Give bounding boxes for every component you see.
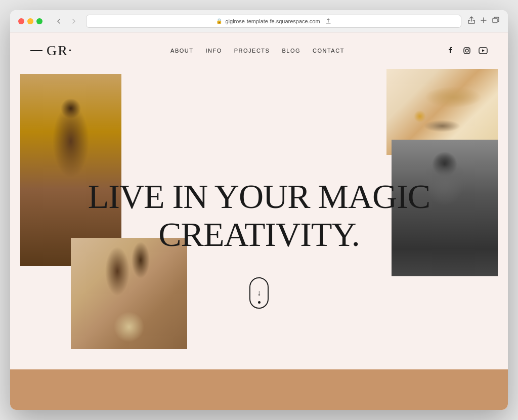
scroll-pill: ↓ xyxy=(249,277,269,309)
svg-rect-0 xyxy=(493,18,497,23)
nav-projects[interactable]: PROJECTS xyxy=(234,48,270,54)
forward-button[interactable] xyxy=(68,15,80,27)
browser-actions xyxy=(467,16,500,26)
svg-point-2 xyxy=(465,49,468,52)
bottom-section xyxy=(10,369,508,410)
scroll-arrow-icon: ↓ xyxy=(257,289,261,297)
instagram-icon[interactable] xyxy=(462,46,471,55)
youtube-icon[interactable] xyxy=(479,46,488,55)
photo-flowers xyxy=(71,238,187,349)
browser-window: 🔒 gigirose-template-fe.squarespace.com xyxy=(10,10,508,410)
nav-info[interactable]: INFO xyxy=(205,48,222,54)
share-button[interactable] xyxy=(467,16,476,26)
photo-woman-bw xyxy=(392,140,498,276)
site-logo[interactable]: GR· xyxy=(30,43,73,59)
svg-point-3 xyxy=(468,49,469,50)
url-text: gigirose-template-fe.squarespace.com xyxy=(225,18,320,24)
minimize-button[interactable] xyxy=(27,18,33,24)
nav-socials xyxy=(446,46,488,55)
address-bar[interactable]: 🔒 gigirose-template-fe.squarespace.com xyxy=(86,15,461,28)
hero-section: LIVE IN YOUR MAGIC CREATIVITY. ↓ xyxy=(10,69,508,369)
facebook-icon[interactable] xyxy=(446,46,455,55)
nav-links: ABOUT INFO PROJECTS BLOG CONTACT xyxy=(170,48,344,54)
browser-chrome: 🔒 gigirose-template-fe.squarespace.com xyxy=(10,10,508,32)
traffic-lights xyxy=(18,18,42,24)
logo-dash xyxy=(30,50,42,51)
nav-about[interactable]: ABOUT xyxy=(170,48,193,54)
website-content: GR· ABOUT INFO PROJECTS BLOG CONTACT xyxy=(10,32,508,410)
logo-text: GR· xyxy=(47,43,73,59)
site-nav: GR· ABOUT INFO PROJECTS BLOG CONTACT xyxy=(10,32,508,69)
browser-nav xyxy=(53,15,80,27)
lock-icon: 🔒 xyxy=(216,18,222,24)
svg-rect-1 xyxy=(464,48,470,54)
scroll-indicator[interactable]: ↓ xyxy=(249,277,269,309)
back-button[interactable] xyxy=(53,15,65,27)
nav-contact[interactable]: CONTACT xyxy=(313,48,344,54)
close-button[interactable] xyxy=(18,18,24,24)
photo-collage xyxy=(10,69,508,369)
windows-button[interactable] xyxy=(492,16,500,26)
new-tab-button[interactable] xyxy=(480,16,488,26)
fullscreen-button[interactable] xyxy=(36,18,42,24)
scroll-dot xyxy=(258,301,261,304)
photo-woman-coat xyxy=(20,74,121,266)
nav-blog[interactable]: BLOG xyxy=(282,48,300,54)
